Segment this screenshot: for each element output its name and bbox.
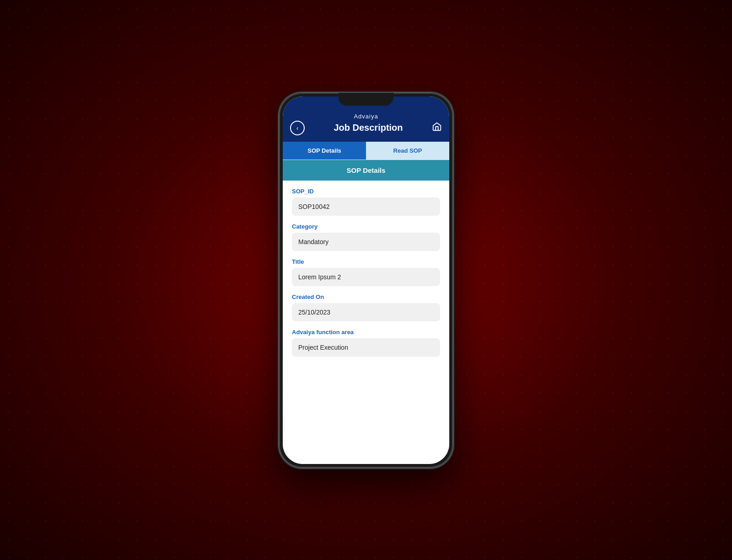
field-sop-id: SOP_ID SOP10042 <box>292 188 440 216</box>
field-created-on: Created On 25/10/2023 <box>292 293 440 321</box>
header-nav: ‹ Job Description <box>290 121 442 135</box>
value-title: Lorem Ipsum 2 <box>292 268 440 286</box>
brand-name: Advaiya <box>354 113 378 120</box>
field-function-area: Advaiya function area Project Execution <box>292 329 440 357</box>
phone-screen: Advaiya ‹ Job Description SOP Details Re… <box>283 96 449 464</box>
label-created-on: Created On <box>292 293 440 300</box>
value-category: Mandatory <box>292 233 440 251</box>
phone-frame: Advaiya ‹ Job Description SOP Details Re… <box>279 93 453 468</box>
field-category: Category Mandatory <box>292 223 440 251</box>
value-sop-id: SOP10042 <box>292 197 440 216</box>
section-header: SOP Details <box>283 160 449 181</box>
notch <box>339 93 393 106</box>
tab-bar: SOP Details Read SOP <box>283 142 449 160</box>
tab-sop-details[interactable]: SOP Details <box>283 142 366 160</box>
field-title: Title Lorem Ipsum 2 <box>292 258 440 286</box>
page-title: Job Description <box>305 123 432 133</box>
label-title: Title <box>292 258 440 265</box>
value-function-area: Project Execution <box>292 338 440 357</box>
value-created-on: 25/10/2023 <box>292 303 440 321</box>
label-sop-id: SOP_ID <box>292 188 440 195</box>
tab-read-sop[interactable]: Read SOP <box>366 142 449 160</box>
label-function-area: Advaiya function area <box>292 329 440 336</box>
label-category: Category <box>292 223 440 230</box>
home-button[interactable] <box>432 122 442 134</box>
content-area: SOP_ID SOP10042 Category Mandatory Title… <box>283 181 449 464</box>
back-button[interactable]: ‹ <box>290 121 305 135</box>
